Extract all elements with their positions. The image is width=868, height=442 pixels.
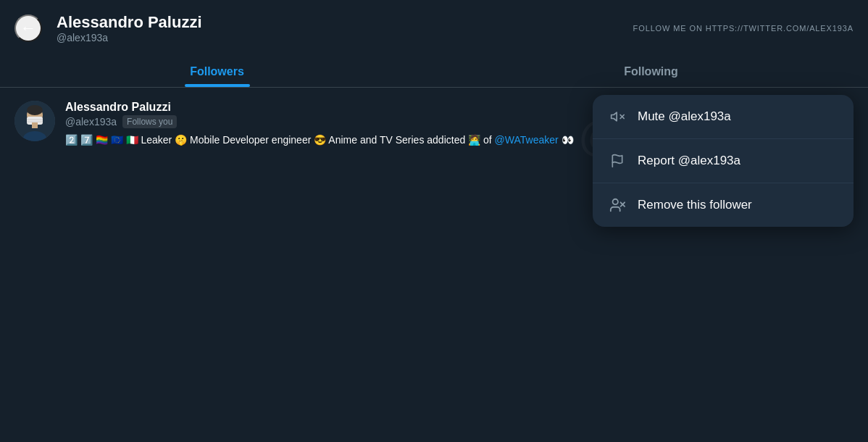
mute-icon (609, 108, 626, 125)
remove-follower-menu-item[interactable]: Remove this follower (593, 183, 854, 227)
svg-marker-9 (612, 112, 617, 121)
svg-point-3 (27, 105, 43, 115)
user-handle: @alex193a (65, 116, 117, 128)
remove-follower-icon (609, 196, 626, 214)
header: ← Alessandro Paluzzi @alex193a FOLLOW ME… (0, 0, 868, 51)
mention-watweaker[interactable]: @WATweaker (495, 134, 559, 146)
dropdown-menu: Mute @alex193a Report @alex193a Remo (593, 95, 854, 227)
content-area: Alessandro Paluzzi @alex193a Follows you… (0, 88, 868, 161)
back-arrow-icon: ← (20, 19, 36, 38)
tab-followers[interactable]: Followers (0, 54, 434, 87)
twitter-follow-link: FOLLOW ME ON HTTPS://TWITTER.COM/ALEX193… (633, 24, 854, 33)
svg-point-13 (613, 199, 618, 204)
report-label: Report @alex193a (638, 154, 740, 168)
report-menu-item[interactable]: Report @alex193a (593, 139, 854, 183)
header-title-block: Alessandro Paluzzi @alex193a (57, 13, 202, 43)
avatar (14, 101, 55, 141)
remove-follower-label: Remove this follower (638, 198, 752, 212)
follows-you-badge: Follows you (122, 115, 177, 128)
profile-handle: @alex193a (57, 32, 202, 43)
mute-menu-item[interactable]: Mute @alex193a (593, 95, 854, 139)
profile-name: Alessandro Paluzzi (57, 13, 202, 32)
report-icon (609, 152, 626, 170)
svg-rect-8 (32, 122, 38, 128)
mute-label: Mute @alex193a (638, 109, 731, 124)
tab-following[interactable]: Following (434, 54, 868, 87)
tabs-bar: Followers Following (0, 54, 868, 88)
back-button[interactable]: ← (14, 14, 42, 42)
